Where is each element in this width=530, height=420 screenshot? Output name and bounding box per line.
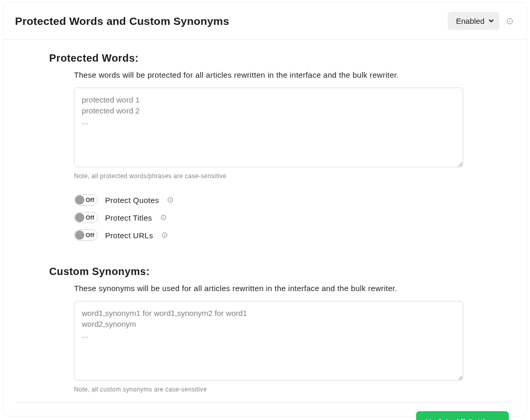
- toggle-state-text: Off: [86, 232, 94, 238]
- protect-titles-row: Off Protect Titles: [74, 212, 457, 223]
- custom-synonyms-note: Note, all custom synonyms are case-sensi…: [74, 386, 457, 393]
- header-controls: Enabled: [448, 12, 514, 30]
- protect-quotes-toggle[interactable]: Off: [74, 194, 98, 206]
- info-icon[interactable]: [166, 196, 174, 204]
- card-body: Protected Words: These words will be pro…: [4, 40, 526, 393]
- info-icon[interactable]: [159, 213, 168, 222]
- svg-point-2: [510, 20, 510, 20]
- toggle-knob-icon: [75, 213, 84, 222]
- protect-urls-row: Off Protect URLs: [74, 229, 457, 241]
- protect-quotes-row: Off Protect Quotes: [74, 194, 457, 206]
- page-title: Protected Words and Custom Synonyms: [15, 15, 229, 27]
- settings-card: Protected Words and Custom Synonyms Enab…: [3, 2, 527, 416]
- svg-point-8: [164, 216, 164, 217]
- protected-words-title: Protected Words:: [49, 52, 457, 64]
- toggle-knob-icon: [75, 230, 84, 240]
- toggle-state-text: Off: [86, 214, 94, 221]
- protect-titles-label: Protect Titles: [105, 213, 152, 222]
- protect-urls-toggle[interactable]: Off: [74, 229, 98, 241]
- protect-urls-label: Protect URLs: [105, 231, 153, 240]
- status-select[interactable]: Enabled: [452, 15, 495, 27]
- svg-point-11: [165, 234, 165, 235]
- toggle-state-text: Off: [86, 197, 94, 203]
- protected-words-input[interactable]: [74, 88, 463, 167]
- svg-point-5: [170, 199, 171, 199]
- protect-toggles: Off Protect Quotes Off Protect Titles: [74, 194, 457, 241]
- protect-titles-toggle[interactable]: Off: [74, 212, 98, 223]
- card-footer: Update All Settings: [4, 403, 526, 420]
- toggle-knob-icon: [75, 195, 84, 205]
- status-select-wrap: Enabled: [448, 12, 499, 30]
- custom-synonyms-description: These synonyms will be used for all arti…: [74, 284, 457, 293]
- custom-synonyms-input[interactable]: [74, 301, 463, 381]
- card-header: Protected Words and Custom Synonyms Enab…: [4, 3, 526, 40]
- protect-quotes-label: Protect Quotes: [105, 196, 159, 205]
- update-all-settings-button[interactable]: Update All Settings: [416, 411, 509, 420]
- protected-words-note: Note, all protected words/phrases are ca…: [74, 172, 457, 180]
- custom-synonyms-section: Custom Synonyms: These synonyms will be …: [16, 266, 514, 393]
- protected-words-description: These words will be protected for all ar…: [74, 70, 457, 79]
- info-icon[interactable]: [506, 17, 514, 25]
- custom-synonyms-title: Custom Synonyms:: [49, 266, 457, 278]
- protected-words-section: Protected Words: These words will be pro…: [16, 52, 514, 241]
- info-icon[interactable]: [160, 231, 169, 239]
